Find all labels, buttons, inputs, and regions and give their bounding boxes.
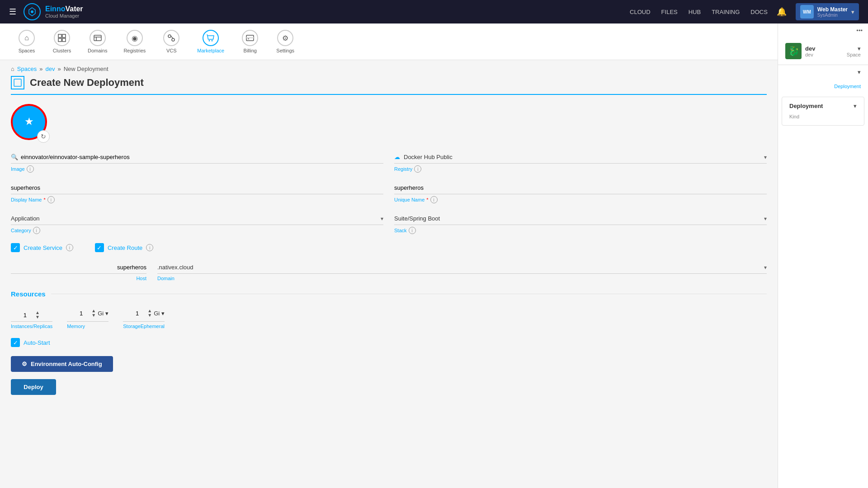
svg-point-0 <box>31 10 33 13</box>
user-menu[interactable]: WM Web Master SysAdmin ▾ <box>796 3 859 20</box>
instances-decrement[interactable]: ▼ <box>35 315 40 319</box>
unique-name-info-icon[interactable]: i <box>430 196 438 203</box>
subnav-spaces[interactable]: ⌂ Spaces <box>11 27 42 56</box>
create-service-checkbox[interactable]: ✓ Create Service i <box>11 243 73 252</box>
billing-icon <box>242 30 258 46</box>
nav-files[interactable]: FILES <box>661 9 678 15</box>
logo-icon <box>24 3 41 20</box>
svg-rect-16 <box>14 79 21 86</box>
domain-label: Domain <box>157 276 767 281</box>
hamburger-menu[interactable]: ☰ <box>9 7 16 17</box>
host-input[interactable] <box>11 261 146 274</box>
create-route-info-icon[interactable]: i <box>146 244 153 251</box>
category-select[interactable]: Application ▾ <box>11 212 383 225</box>
category-info-icon[interactable]: i <box>33 227 40 234</box>
svg-rect-2 <box>62 34 66 38</box>
image-field-group: 🔍 Image i <box>11 151 383 173</box>
subnav-billing[interactable]: Billing <box>234 27 266 56</box>
instances-stepper[interactable]: ▲ ▼ <box>11 309 52 322</box>
settings-label: Settings <box>276 48 294 53</box>
nav-docs[interactable]: DOCS <box>750 9 768 15</box>
registry-select[interactable]: ☁ Docker Hub Public ▾ <box>394 151 767 164</box>
sidebar-more-button[interactable]: ••• <box>778 23 868 38</box>
stack-select[interactable]: Suite/Spring Boot ▾ <box>394 212 767 225</box>
clusters-icon <box>54 30 70 46</box>
memory-stepper[interactable]: ▲ ▼ <box>67 307 96 319</box>
avatar: WM <box>800 5 814 19</box>
vcs-icon <box>163 30 179 46</box>
notification-icon[interactable]: 🔔 <box>777 7 787 17</box>
deployment-label: Deployment <box>834 84 861 89</box>
form-area: ★ ↻ 🔍 Image i <box>0 104 778 395</box>
display-name-label: Display Name * i <box>11 196 383 203</box>
image-input[interactable] <box>21 151 383 163</box>
breadcrumb-dev[interactable]: dev <box>45 66 55 72</box>
breadcrumb-spaces[interactable]: Spaces <box>17 66 37 72</box>
nav-cloud[interactable]: CLOUD <box>630 9 651 15</box>
subnav-domains[interactable]: Domains <box>81 27 113 56</box>
unique-name-input[interactable] <box>394 182 767 194</box>
memory-decrement[interactable]: ▼ <box>91 313 96 318</box>
avatar-section: ★ ↻ <box>11 104 767 140</box>
create-service-info-icon[interactable]: i <box>66 244 73 251</box>
svg-rect-1 <box>58 34 61 38</box>
spaces-icon: ⌂ <box>19 30 35 46</box>
kind-chevron[interactable]: ▾ <box>854 103 857 109</box>
autostart-checkbox[interactable]: ✓ Auto-Start <box>11 338 50 347</box>
subnav-vcs[interactable]: VCS <box>156 27 187 56</box>
sidebar-chevron-expand[interactable]: ▾ <box>858 45 861 52</box>
env-autoconfig-section: ⚙ Environment Auto-Config <box>11 356 767 372</box>
logo-area: EinnoVater Cloud Manager <box>24 3 83 20</box>
create-route-label: Create Route <box>108 244 142 251</box>
stack-info-icon[interactable]: i <box>409 227 416 234</box>
image-info-icon[interactable]: i <box>27 165 34 173</box>
content-area: ⌂ Spaces Clusters Domains ◉ Registries <box>0 23 778 488</box>
home-icon: ⌂ <box>11 66 14 72</box>
subnav-marketplace[interactable]: Marketplace <box>191 27 231 56</box>
user-name: Web Master <box>817 6 848 13</box>
search-icon: 🔍 <box>11 154 18 160</box>
svg-text:★: ★ <box>25 117 33 127</box>
storage-input[interactable] <box>123 310 146 317</box>
names-row: Display Name * i Unique Name * i <box>11 182 767 203</box>
deployment-chevron[interactable]: ▾ <box>858 69 861 75</box>
instances-input[interactable] <box>11 312 33 319</box>
category-label: Category i <box>11 227 383 234</box>
domains-label: Domains <box>88 48 107 53</box>
instances-label: Instances/Replicas <box>11 324 52 329</box>
subnav-registries[interactable]: ◉ Registries <box>117 27 152 56</box>
registry-info-icon[interactable]: i <box>414 165 421 173</box>
spaces-label: Spaces <box>19 48 35 53</box>
env-autoconfig-button[interactable]: ⚙ Environment Auto-Config <box>11 356 113 372</box>
marketplace-label: Marketplace <box>197 48 224 53</box>
submit-button[interactable]: Deploy <box>11 379 56 395</box>
nav-hub[interactable]: HUB <box>689 9 701 15</box>
storage-unit-select[interactable]: Gi ▾ <box>152 308 165 319</box>
storage-decrement[interactable]: ▼ <box>147 313 152 318</box>
memory-input[interactable] <box>67 310 90 317</box>
svg-point-11 <box>209 40 210 42</box>
domain-select[interactable]: .nativex.cloud ▾ <box>157 261 767 274</box>
instances-group: ▲ ▼ Instances/Replicas <box>11 309 52 329</box>
nav-training[interactable]: TRAINING <box>712 9 740 15</box>
vcs-label: VCS <box>166 48 177 53</box>
domain-value: .nativex.cloud <box>157 264 193 271</box>
refresh-avatar-button[interactable]: ↻ <box>37 130 50 143</box>
svg-rect-3 <box>58 38 61 42</box>
subnav-settings[interactable]: ⚙ Settings <box>269 27 301 56</box>
display-name-info-icon[interactable]: i <box>47 196 55 203</box>
page-title: Create New Deployment <box>30 77 144 89</box>
category-group: Application ▾ Category i <box>11 212 383 234</box>
action-buttons: Deploy <box>11 379 767 395</box>
create-route-check-icon: ✓ <box>95 243 104 252</box>
domain-chevron: ▾ <box>764 264 767 271</box>
display-name-input[interactable] <box>11 182 383 194</box>
create-route-checkbox[interactable]: ✓ Create Route i <box>95 243 153 252</box>
subnav-clusters[interactable]: Clusters <box>46 27 78 56</box>
memory-unit-select[interactable]: Gi ▾ <box>96 308 108 319</box>
memory-label: Memory <box>67 324 108 329</box>
storage-label: StorageEphemeral <box>123 324 165 329</box>
brand-subtitle: Cloud Manager <box>45 13 83 19</box>
storage-stepper[interactable]: ▲ ▼ <box>123 307 152 319</box>
category-value: Application <box>11 215 40 222</box>
